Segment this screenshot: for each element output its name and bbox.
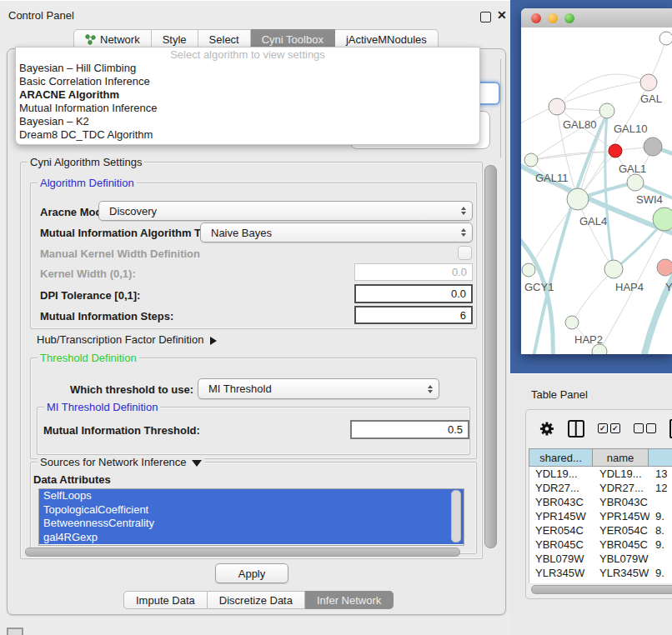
table-row[interactable]: YDL19...YDL19...13 — [529, 467, 672, 481]
table-row[interactable]: YPR145WYPR145W9. — [529, 509, 672, 523]
minimized-panel-icon[interactable] — [7, 628, 23, 635]
cyni-bottom-tabbar: Impute Data Discretize Data Infer Networ… — [123, 591, 394, 609]
table-row[interactable]: YER054CYER054C8. — [529, 523, 672, 538]
table-horizontal-scrollbar[interactable] — [531, 585, 672, 594]
algorithm-dropdown-items: Bayesian – Hill ClimbingBasic Correlatio… — [16, 62, 479, 142]
mi-threshold-field[interactable]: 0.5 — [350, 420, 469, 439]
select-all-rows-icon[interactable]: ✓✓ — [598, 423, 620, 433]
minimize-traffic-light[interactable] — [548, 13, 558, 23]
table-cell: YLR345W — [594, 566, 649, 580]
close-traffic-light[interactable] — [531, 13, 541, 23]
network-edge[interactable] — [557, 74, 649, 107]
dropdown-item[interactable]: Mutual Information Inference — [16, 102, 479, 115]
zoom-traffic-light[interactable] — [564, 13, 574, 23]
dropdown-item[interactable]: Bayesian – Hill Climbing — [16, 62, 479, 75]
mi-steps-field[interactable]: 6 — [354, 306, 473, 324]
table-toolbar: ✓✓ — [526, 410, 672, 447]
aracne-mode-value: Discovery — [109, 205, 157, 218]
groupbox-edge-fragment — [500, 59, 501, 158]
table-row[interactable]: YDR27...YDR27...12 — [529, 481, 672, 495]
table-cell: 8. — [649, 523, 672, 538]
network-node[interactable] — [599, 103, 614, 118]
hub-definition-toggle[interactable]: Hub/Transcription Factor Definition — [37, 333, 217, 346]
tab-network-label: Network — [100, 33, 140, 46]
attribute-item[interactable]: gal4RGexp — [39, 531, 464, 545]
dpi-tolerance-field[interactable]: 0.0 — [354, 284, 473, 303]
column-header-partial[interactable] — [649, 448, 672, 467]
cyni-algorithm-settings-title: Cyni Algorithm Settings — [28, 156, 144, 168]
dropdown-item[interactable]: ARACNE Algorithm — [16, 88, 479, 102]
manual-kernel-checkbox[interactable] — [458, 246, 472, 260]
mi-type-combo[interactable]: Naive Bayes — [200, 222, 473, 242]
apply-button[interactable]: Apply — [215, 563, 288, 583]
network-node[interactable] — [567, 188, 589, 210]
table-row[interactable]: YIL052CYIL052C9. — [529, 580, 672, 583]
table-cell: YIL052C — [594, 580, 649, 583]
stepper-icon — [461, 207, 466, 215]
network-edge[interactable] — [531, 152, 615, 160]
network-node[interactable] — [627, 174, 644, 191]
table-cell: YBR045C — [594, 538, 649, 552]
attribute-item[interactable]: TopologicalCoefficient — [39, 503, 464, 518]
dpi-tolerance-label: DPI Tolerance [0,1]: — [40, 289, 140, 302]
network-canvas[interactable]: GALGAL80GAL10GAL1SWI4GAL11GAL4GCY1HAP4YH… — [521, 28, 672, 354]
settings-vertical-scrollbar[interactable] — [484, 165, 497, 548]
sources-toggle[interactable]: Sources for Network Inference — [38, 456, 204, 468]
table-cell: YIL052C — [529, 580, 594, 583]
network-node[interactable] — [644, 138, 662, 156]
stepper-icon — [461, 228, 466, 237]
network-edge[interactable] — [572, 270, 614, 322]
network-node[interactable] — [604, 260, 623, 278]
network-window-titlebar[interactable] — [521, 8, 672, 28]
float-window-icon[interactable] — [480, 12, 491, 22]
network-node[interactable] — [549, 98, 565, 115]
algorithm-dropdown-popup: Select algorithm to view settings Bayesi… — [15, 47, 480, 145]
table-row[interactable]: YBL079WYBL079W — [529, 552, 672, 566]
table-cell: YDL19... — [529, 467, 594, 481]
table-panel-title: Table Panel — [531, 388, 588, 401]
data-attributes-list[interactable]: SelfLoopsTopologicalCoefficientBetweenne… — [38, 488, 464, 546]
aracne-mode-combo[interactable]: Discovery — [98, 201, 473, 221]
tab-impute-data[interactable]: Impute Data — [123, 591, 208, 609]
control-panel-title: Control Panel — [8, 9, 74, 22]
network-node[interactable] — [640, 74, 657, 91]
table-cell: YDR27... — [529, 481, 594, 495]
column-header-shared-name[interactable]: shared... — [529, 448, 593, 467]
table-cell: YBR043C — [594, 495, 649, 509]
network-node[interactable] — [609, 144, 622, 158]
dropdown-placeholder: Select algorithm to view settings — [16, 48, 479, 62]
gear-icon[interactable] — [539, 421, 554, 437]
attributes-list-scrollbar[interactable] — [451, 490, 461, 542]
network-node[interactable] — [659, 32, 672, 45]
network-node-label: GAL80 — [563, 118, 596, 131]
network-node[interactable] — [565, 316, 579, 329]
which-threshold-combo[interactable]: MI Threshold — [198, 378, 439, 399]
deselect-all-rows-icon[interactable] — [634, 423, 656, 433]
network-node[interactable] — [522, 263, 535, 277]
settings-horizontal-scrollbar[interactable] — [25, 548, 460, 557]
kernel-width-field[interactable]: 0.0 — [354, 263, 473, 281]
network-node[interactable] — [653, 208, 672, 231]
dropdown-item[interactable]: Basic Correlation Inference — [16, 75, 479, 88]
collapse-down-icon — [192, 460, 202, 467]
table-row[interactable]: YLR345WYLR345W9. — [529, 566, 672, 580]
tab-discretize-data[interactable]: Discretize Data — [208, 591, 305, 609]
tab-infer-network[interactable]: Infer Network — [305, 591, 394, 609]
table-row[interactable]: YBR043CYBR043C — [529, 495, 672, 509]
table-cell — [649, 495, 672, 509]
table-row[interactable]: YBR045CYBR045C9. — [529, 538, 672, 552]
network-node[interactable] — [657, 259, 672, 276]
close-icon[interactable]: ✕ — [497, 8, 507, 22]
dropdown-item[interactable]: Bayesian – K2 — [16, 115, 479, 128]
data-attributes-label: Data Attributes — [33, 473, 111, 486]
network-node-label: GCY1 — [524, 281, 554, 293]
attribute-item[interactable]: BetweennessCentrality — [39, 517, 464, 531]
column-header-name[interactable]: name — [593, 448, 649, 467]
network-node[interactable] — [524, 153, 538, 167]
dropdown-item[interactable]: Dream8 DC_TDC Algorithm — [16, 128, 479, 142]
attribute-item[interactable]: SelfLoops — [39, 489, 464, 503]
mi-threshold-definition-title: MI Threshold Definition — [44, 401, 160, 413]
split-columns-icon[interactable] — [568, 420, 584, 438]
table-cell: YDR27... — [594, 481, 649, 495]
network-view-window: GALGAL80GAL10GAL1SWI4GAL11GAL4GCY1HAP4YH… — [521, 8, 672, 354]
